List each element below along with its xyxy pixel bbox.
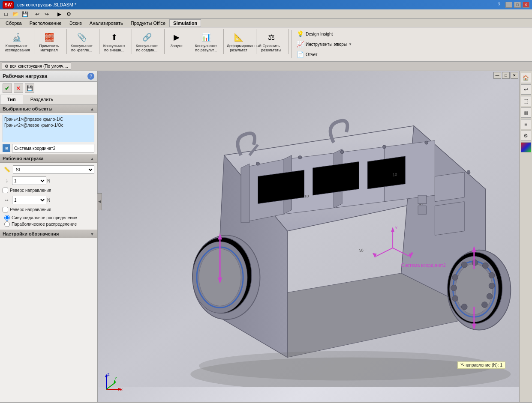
vp-maximize-btn[interactable]: □ [502,72,510,79]
panel-help-button[interactable]: ? [87,73,94,80]
vp-close-btn[interactable]: ✕ [511,72,518,79]
tab-split[interactable]: Разделить [23,95,60,104]
panel-header: Рабочая нагрузка ? [0,71,97,82]
compare-results-icon: ⚖ [264,30,278,44]
svg-point-40 [298,156,302,159]
maximize-button[interactable]: □ [514,2,521,8]
obj-list-item-1: Грань<1>@правое крыло-1/С [4,116,93,122]
object-list[interactable]: Грань<1>@правое крыло-1/С Грань<2>@левое… [3,115,94,142]
result-advisor-btn[interactable]: 📊 Консультант по результ... [192,29,220,54]
ribbon-right-group: 💡 Design Insight 📈 Инструменты эпюры ▼ 📄… [295,29,354,59]
rs-back-btn[interactable]: ↩ [521,84,531,95]
reverse1-row: Реверс направления [3,188,94,193]
report-btn[interactable]: 📄 Отчет [295,50,354,59]
document-tab-bar: ⚙ вся конструкция (По умолч.... [0,62,532,71]
panel-tabs: Тип Разделить [0,95,97,104]
sw-logo: SW [3,1,14,9]
svg-text:10: 10 [358,248,364,253]
selected-objects-section-label: Выбранные объекты [3,106,53,111]
save-panel-button[interactable]: 💾 [25,84,34,93]
fixture-advisor-btn[interactable]: 📎 Консультант по крепле... [68,29,96,54]
open-btn[interactable]: 📂 [11,10,20,18]
svg-text:Y: Y [114,376,117,380]
fixture-advisor-icon: 📎 [75,30,89,44]
value1-select[interactable]: 1 [12,176,46,185]
force1-icon: ↕ [3,176,11,185]
sine-radio[interactable] [4,215,10,221]
svg-text:Y: Y [395,225,398,230]
svg-point-43 [425,141,428,144]
fixture-advisor-label: Консультант по крепле... [70,44,93,53]
minimize-button[interactable]: — [505,2,512,8]
connection-advisor-label: Консультант по соедин... [135,44,159,53]
titlebar: SW вся конструкция.SLDASM * ? — □ ✕ [0,0,532,9]
undo-btn[interactable]: ↩ [33,10,42,18]
menu-analyze[interactable]: Анализировать [86,19,127,27]
connection-advisor-btn[interactable]: 🔗 Консультант по соедин... [133,29,161,54]
svg-point-30 [461,304,467,310]
svg-point-39 [256,162,260,165]
unit-system-select[interactable]: SI [13,165,94,174]
options-btn[interactable]: ⚙ [64,10,73,18]
study-advisor-btn[interactable]: 🔬 Консультант исследования [3,29,30,54]
design-insight-btn[interactable]: 💡 Design Insight [295,29,354,39]
menu-office[interactable]: Продукты Office [127,19,169,27]
rs-color-btn[interactable] [521,142,531,152]
connection-advisor-icon: 🔗 [140,30,154,44]
svg-text:10: 10 [304,194,309,198]
deform-result-icon: 📐 [232,30,246,44]
rs-home-btn[interactable]: 🏠 [521,73,531,83]
svg-point-27 [489,283,495,289]
vp-minimize-btn[interactable]: — [493,72,501,79]
panel-collapse-handle[interactable]: ◀ [97,193,102,210]
svg-marker-76 [114,380,116,383]
redo-btn[interactable]: ↪ [42,10,51,18]
external-advisor-btn[interactable]: ⬆ Консультант по внешн... [100,29,128,54]
selected-objects-section-header[interactable]: Выбранные объекты ▲ [0,104,97,113]
reverse1-checkbox[interactable] [3,188,8,193]
ribbon: 🔬 Консультант исследования 🧱 Применить м… [0,27,532,62]
svg-point-23 [461,262,467,268]
value2-select[interactable]: 1 [12,196,46,204]
notation-section-header[interactable]: Настройки обозначения ▼ [0,230,97,238]
menu-assembly[interactable]: Сборка [2,19,26,27]
right-sidebar: 🏠 ↩ ⬚ ▦ ≡ ⚙ [519,71,532,402]
tab-type[interactable]: Тип [0,95,23,104]
menu-layout[interactable]: Расположение [26,19,66,27]
panel-title: Рабочая нагрузка [3,73,47,79]
report-label: Отчет [306,52,317,57]
save-btn[interactable]: 💾 [21,10,29,18]
reverse2-checkbox[interactable] [3,207,8,212]
deform-result-btn[interactable]: 📐 Деформированный результат [225,29,252,54]
confirm-button[interactable]: ✔ [3,84,12,93]
doc-tab-label: вся конструкция (По умолч.... [10,64,68,69]
rs-property-btn[interactable]: ≡ [521,119,531,129]
cancel-panel-button[interactable]: ✕ [14,84,23,93]
close-button[interactable]: ✕ [523,2,529,8]
doc-tab-item[interactable]: ⚙ вся конструкция (По умолч.... [2,63,71,70]
menu-sketch[interactable]: Эскиз [65,19,85,27]
run-btn[interactable]: ▶ Запуск [166,29,187,50]
rs-config-btn[interactable]: ⚙ [521,131,531,141]
ribbon-group-fixture: 📎 Консультант по крепле... [68,29,99,54]
menubar: Сборка Расположение Эскиз Анализировать … [0,19,532,27]
svg-text:Система координат2: Система координат2 [401,263,446,268]
rs-component-btn[interactable]: ⬚ [521,96,531,106]
diagram-tools-btn[interactable]: 📈 Инструменты эпюры ▼ [295,39,354,49]
svg-point-68 [199,351,494,381]
rs-feature-btn[interactable]: ▦ [521,107,531,118]
deform-result-label: Деформированный результат [227,44,250,53]
apply-material-btn[interactable]: 🧱 Применить материал [35,29,63,54]
compare-results-btn[interactable]: ⚖ Сравнить результаты [257,29,285,54]
parabolic-radio[interactable] [4,221,10,227]
svg-point-25 [482,263,488,269]
help-btn[interactable]: ? [498,2,500,8]
ribbon-group-connection: 🔗 Консультант по соедин... [133,29,165,54]
coord-system-input[interactable] [12,144,94,152]
reverse1-label: Реверс направления [10,188,51,193]
svg-point-33 [452,275,458,281]
new-btn[interactable]: □ [2,10,10,18]
rebuild-btn[interactable]: ▶ [55,10,63,18]
load-section-header[interactable]: Рабочая нагрузка ▲ [0,154,97,163]
menu-simulation[interactable]: Simulation [169,19,201,27]
